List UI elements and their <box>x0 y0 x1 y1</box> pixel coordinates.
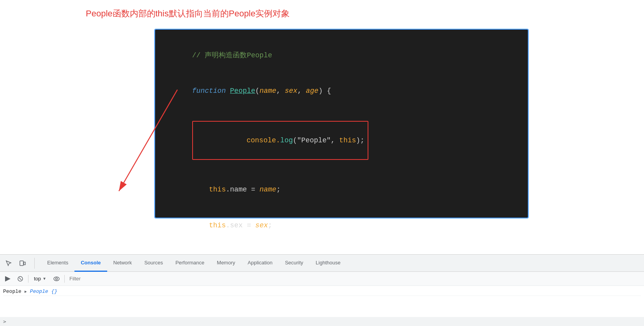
svg-rect-2 <box>20 261 23 266</box>
console-output: People ► People {} <box>0 286 644 317</box>
kw-function: function <box>192 87 230 95</box>
inspect-element-button[interactable] <box>3 258 14 269</box>
console-log-label: People <box>3 289 21 294</box>
tab-sources[interactable]: Sources <box>138 255 169 272</box>
svg-point-7 <box>54 277 59 281</box>
stop-button[interactable] <box>16 274 25 283</box>
tab-performance[interactable]: Performance <box>169 255 211 272</box>
tab-application[interactable]: Application <box>241 255 279 272</box>
annotation-text: People函数内部的this默认指向当前的People实例对象 <box>86 8 290 19</box>
highlighted-console-log: console.log("People", this); <box>192 121 368 160</box>
console-log-entry: People ► People {} <box>3 287 641 296</box>
dropdown-arrow-icon: ▼ <box>42 276 46 281</box>
console-prompt: > <box>0 317 644 326</box>
code-line-function: function People(name, sex, age) { <box>167 73 516 109</box>
tab-security[interactable]: Security <box>279 255 310 272</box>
device-toggle-button[interactable] <box>17 258 28 269</box>
tab-memory[interactable]: Memory <box>211 255 241 272</box>
svg-point-8 <box>55 278 57 280</box>
prompt-symbol: > <box>3 319 6 324</box>
main-content: People函数内部的this默认指向当前的People实例对象 // 声明构造… <box>0 0 644 218</box>
toolbar-divider-2 <box>64 275 65 283</box>
code-line-this-name: this.name = name; <box>167 172 516 208</box>
tab-network[interactable]: Network <box>107 255 138 272</box>
console-toolbar: top ▼ <box>0 272 644 286</box>
expand-arrow-icon[interactable]: ► <box>25 290 27 294</box>
devtools-panel: Elements Console Network Sources Perform… <box>0 254 644 326</box>
live-expressions-button[interactable] <box>52 274 61 283</box>
code-line-comment: // 声明构造函数People <box>167 37 516 73</box>
svg-rect-3 <box>24 262 25 265</box>
toolbar-divider-1 <box>28 275 28 283</box>
comment-text: // 声明构造函数People <box>192 51 272 59</box>
code-editor: // 声明构造函数People function People(name, se… <box>154 29 529 218</box>
fn-people: People <box>230 87 255 95</box>
filter-input[interactable] <box>68 276 641 282</box>
svg-line-6 <box>19 278 21 280</box>
tab-bar: Elements Console Network Sources Perform… <box>0 255 644 272</box>
top-context-selector[interactable]: top ▼ <box>32 275 49 282</box>
tab-icon-group <box>3 258 35 269</box>
tab-console[interactable]: Console <box>74 255 107 272</box>
code-line-console-log: console.log("People", this); <box>167 109 516 172</box>
console-log-value: People {} <box>30 289 57 294</box>
tab-lighthouse[interactable]: Lighthouse <box>310 255 347 272</box>
tab-elements[interactable]: Elements <box>41 255 74 272</box>
svg-marker-4 <box>5 276 11 282</box>
code-line-this-sex: this.sex = sex; <box>167 207 516 243</box>
clear-console-button[interactable] <box>3 274 12 283</box>
